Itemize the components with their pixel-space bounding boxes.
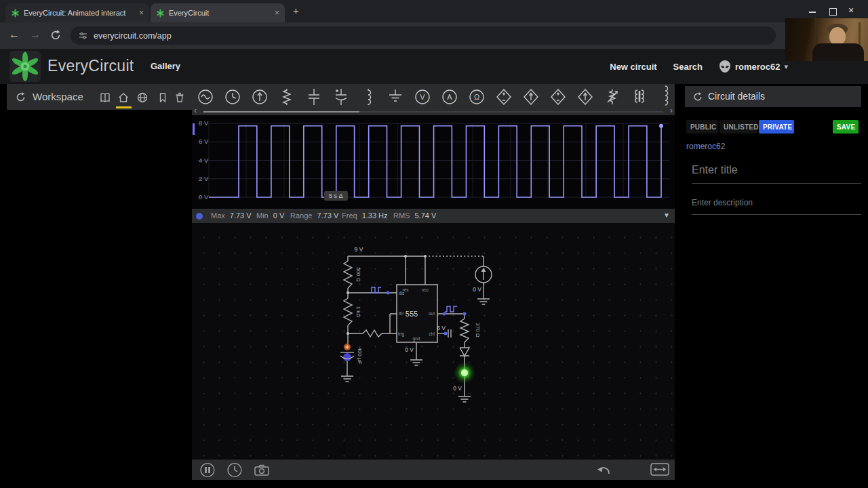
scroll-left-icon[interactable]: ‹ (194, 106, 197, 115)
workspace-title: Workspace (33, 91, 83, 102)
save-button[interactable]: SAVE (833, 120, 859, 134)
details-sync-icon[interactable] (692, 92, 703, 102)
svg-text:V: V (420, 93, 425, 101)
stats-expand-icon[interactable]: ▼ (663, 211, 670, 219)
app-logo[interactable] (9, 51, 41, 82)
component-ohmmeter-icon[interactable]: Ω (468, 87, 486, 107)
circuit-canvas[interactable]: 500 Ω 1 kΩ 400 µF res vcc (192, 223, 675, 460)
user-caret-icon: ▾ (784, 62, 788, 71)
webcam-overlay (785, 18, 868, 61)
cap-charge-indicator (343, 353, 351, 361)
component-polarized-capacitor-icon[interactable] (332, 87, 350, 107)
author-link[interactable]: romeroc62 (686, 142, 725, 151)
library-book-icon[interactable] (99, 92, 111, 104)
tab-close-icon[interactable]: × (139, 8, 144, 18)
component-vccs-icon[interactable] (522, 87, 540, 107)
component-current-source-icon[interactable] (251, 87, 269, 107)
time-control-button[interactable] (224, 461, 245, 479)
description-input[interactable] (692, 195, 861, 215)
home-icon[interactable] (117, 92, 130, 104)
resistor-r1[interactable]: 500 Ω (344, 261, 361, 288)
visibility-unlisted-button[interactable]: UNLISTED (719, 120, 757, 134)
expand-panel-button[interactable] (650, 463, 669, 476)
reload-button[interactable] (50, 29, 62, 41)
resistor-r2[interactable]: 1 kΩ (344, 298, 361, 325)
address-bar[interactable]: everycircuit.com/app (71, 26, 776, 45)
workspace-header: Workspace (7, 84, 192, 110)
svg-text:gnd: gnd (413, 336, 420, 342)
oscilloscope[interactable]: 8 V 6 V 4 V 2 V 0 V 5 s Δ (192, 115, 675, 209)
component-cccs-icon[interactable] (576, 87, 594, 107)
component-vcvs-icon[interactable] (495, 87, 513, 107)
new-tab-button[interactable]: + (293, 5, 299, 16)
browser-tab-1[interactable]: EveryCircuit: Animated interact × (5, 3, 149, 22)
probe-waveform-out-icon[interactable] (445, 306, 457, 312)
window-minimize-button[interactable] (809, 12, 816, 13)
channel-color-dot (196, 213, 203, 220)
circuit-diagram[interactable]: 500 Ω 1 kΩ 400 µF res vcc (192, 223, 675, 460)
new-circuit-button[interactable]: New circuit (610, 62, 656, 72)
component-resistor-icon[interactable] (278, 87, 296, 107)
component-capacitor-icon[interactable] (305, 87, 323, 107)
visibility-public-button[interactable]: PUBLIC (686, 120, 718, 134)
capacitor-c1[interactable]: 400 µF (340, 344, 363, 365)
component-inductor-icon[interactable] (359, 87, 377, 107)
time-marker-badge[interactable]: 5 s Δ (324, 191, 348, 201)
screenshot-camera-button[interactable] (254, 464, 269, 476)
visibility-private-button[interactable]: PRIVATE (759, 120, 794, 134)
community-globe-icon[interactable] (136, 92, 149, 104)
led-d1[interactable] (454, 348, 475, 384)
component-toolbar: V A Ω (192, 84, 675, 110)
tab-title: EveryCircuit (169, 9, 271, 17)
title-input[interactable] (692, 161, 861, 184)
browser-tab-2-active[interactable]: EveryCircuit × (151, 3, 285, 22)
trash-icon[interactable] (174, 92, 186, 104)
circuit-details-body: PUBLIC UNLISTED PRIVATE SAVE romeroc62 (685, 107, 861, 488)
ctrl-capacitor[interactable] (448, 329, 451, 338)
probe-dot (443, 312, 446, 316)
window-close-button[interactable]: × (848, 5, 854, 16)
component-ac-voltage-source-icon[interactable] (197, 87, 214, 107)
scope-tick-6v: 6 V (199, 138, 209, 145)
component-voltmeter-icon[interactable]: V (414, 87, 431, 107)
svg-text:1 kΩ: 1 kΩ (355, 306, 361, 318)
component-ammeter-icon[interactable]: A (441, 87, 458, 107)
scope-channel-marker (193, 123, 195, 135)
probe-waveform-dis-icon[interactable] (370, 287, 381, 293)
svg-text:ctrl: ctrl (429, 331, 435, 336)
component-inductor-large-icon[interactable] (656, 85, 674, 106)
scrollbar-thumb[interactable] (203, 111, 359, 113)
tab-close-icon[interactable]: × (275, 8, 279, 18)
node-label-supply: 9 V (355, 246, 363, 253)
user-menu[interactable]: romeroc62 ▾ (719, 60, 788, 73)
screen: EveryCircuit: Animated interact × EveryC… (0, 0, 868, 488)
scope-cursor-dot (659, 124, 663, 128)
search-button[interactable]: Search (673, 62, 703, 72)
back-button[interactable]: ← (9, 29, 20, 40)
component-clock-source-icon[interactable] (224, 87, 241, 107)
component-toolbar-scrollbar: ‹ › (192, 110, 675, 115)
simulation-toolbar (192, 460, 675, 480)
window-maximize-button[interactable] (829, 8, 837, 16)
workspace-sync-icon[interactable] (15, 92, 26, 103)
nav-gallery[interactable]: Gallery (151, 61, 180, 71)
scroll-right-icon[interactable]: › (670, 106, 673, 115)
resistor-r3[interactable]: 370 Ω (460, 319, 481, 342)
ic-555[interactable]: res vcc dis thr trig out ctrl gnd 555 (397, 285, 437, 342)
forward-button[interactable]: → (30, 29, 41, 40)
component-potentiometer-icon[interactable] (604, 87, 621, 107)
pause-button[interactable] (197, 461, 218, 479)
everycircuit-favicon (156, 9, 165, 18)
component-ccvs-icon[interactable] (549, 87, 567, 107)
description-field (692, 195, 861, 215)
node-label-gnd: 0 V (405, 346, 414, 353)
scope-stats-bar[interactable]: Max7.73 V Min0 V Range7.73 V Freq1.33 Hz… (192, 209, 675, 223)
component-ground-icon[interactable] (387, 87, 404, 107)
probe-dot (444, 332, 448, 336)
bookmark-icon[interactable] (157, 92, 169, 104)
voltage-source[interactable] (475, 266, 492, 283)
site-info-icon[interactable] (79, 31, 87, 40)
webcam-person-body (812, 43, 864, 61)
component-transformer-icon[interactable] (631, 87, 648, 107)
undo-button[interactable] (596, 465, 612, 476)
